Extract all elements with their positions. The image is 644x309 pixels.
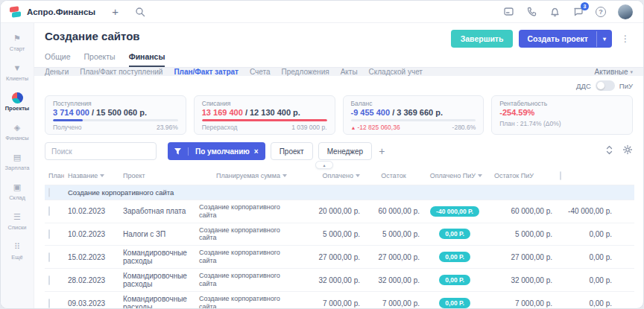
app-title: Аспро.Финансы [27,7,95,16]
filter-chip-project[interactable]: Проект [271,142,313,160]
cell-planned: 20 000,00 р. [291,200,364,223]
table-row[interactable]: 28.02.2023 Командировочные расходы Созда… [45,269,634,292]
collapse-rows-icon[interactable] [605,144,613,158]
rest-badge: 0,00 Р. [439,252,470,262]
subtab-warehouse[interactable]: Складской учет [369,68,423,76]
finish-button[interactable]: Завершить [451,30,514,48]
sidebar-item-lists[interactable]: ☰ Списки [1,208,34,235]
group-checkbox[interactable] [48,188,50,197]
bell-icon[interactable] [549,6,561,17]
table-settings-gear-icon[interactable] [622,144,633,158]
close-icon[interactable]: × [254,147,265,156]
avatar[interactable] [618,4,633,19]
sidebar-item-salary[interactable]: ▤ Зарплата [1,148,34,176]
chevron-down-icon: ▾ [630,69,633,75]
column-header-paid-piu[interactable]: Оплачено ПиУ [423,167,486,185]
chat-badge: 3 [581,2,589,10]
column-header-name[interactable]: Название [64,167,119,185]
tab-finance[interactable]: Финансы [129,52,165,67]
row-checkbox[interactable] [48,206,50,216]
group-row[interactable]: Создание корпоративного сайта [45,185,634,200]
card-footer-value: 1 039 000 р. [291,124,326,131]
sidebar-item-projects[interactable]: Проекты [1,89,34,116]
subtab-planfact-out[interactable]: План/Факт затрат [174,68,239,76]
sidebar-item-label: Списки [8,224,27,231]
more-menu-button[interactable]: ⋮ [618,32,633,45]
chevron-up-icon: ▴ [323,162,325,168]
chat-icon[interactable]: 3 [572,6,584,17]
sidebar-item-start[interactable]: ⚑ Старт [1,29,34,57]
sidebar-item-more[interactable]: ⠿ Ещё [1,238,34,265]
column-header-planned[interactable]: Планируемая сумма [195,167,291,185]
default-filter-chip[interactable]: По умолчанию × [168,142,265,160]
subtab-planfact-in[interactable]: План/Факт поступлений [80,68,162,76]
sort-chevron-icon [356,174,360,177]
cell-project: Создание корпоративного сайта [195,223,291,246]
app-logo-icon [10,7,22,17]
row-checkbox[interactable] [48,229,50,239]
page-tabs: Общие Проекты Финансы [45,52,633,67]
cell-name: Налоги с ЗП [119,223,195,246]
column-header-rest-piu[interactable]: Остаток ПиУ [486,167,556,185]
filter-chip-manager[interactable]: Менеджер [318,142,373,160]
column-header-label: Оплачено [322,172,353,179]
subtab-proposals[interactable]: Предложения [282,68,329,76]
cell-paid-piu: 27 000,00 р. [486,246,556,269]
table-row[interactable]: 15.02.2023 Командировочные расходы Созда… [45,246,634,269]
subtab-money[interactable]: Деньги [45,68,69,76]
table-header-row: Плановая дата Название Проект Планируема… [45,167,634,185]
table-row[interactable]: 10.02.2023 Заработная плата Создание кор… [45,200,634,223]
search-icon[interactable] [135,7,145,17]
cell-paid: 60 000,00 р. [364,200,423,223]
sidebar-item-stock[interactable]: ▣ Склад [1,178,34,206]
tab-projects[interactable]: Проекты [84,52,116,67]
cell-paid: 32 000,00 р. [364,269,423,292]
filter-chips: Проект Менеджер [271,142,372,160]
phone-icon[interactable] [526,6,537,17]
notes-icon[interactable] [503,6,514,17]
topbar: Аспро.Финансы + 3 ? [1,1,643,23]
create-project-label: Создать проект [519,30,596,48]
row-checkbox[interactable] [48,299,50,308]
status-filter-dropdown[interactable]: Активные ▾ [595,68,633,76]
sidebar-item-finance[interactable]: ◈ Финансы [1,118,34,146]
sidebar-item-icon: ▼ [13,63,22,74]
sidebar-item-icon: ⠿ [14,241,20,252]
row-checkbox[interactable] [48,275,50,285]
create-project-button[interactable]: Создать проект ▾ [519,30,612,48]
table-row[interactable]: 09.03.2023 Командировочные расходы Созда… [45,292,634,309]
sidebar-item-clients[interactable]: ▼ Клиенты [1,59,34,86]
column-header-paid[interactable]: Оплачено [291,167,364,185]
subtab-invoices[interactable]: Счета [250,68,271,76]
quick-add-button[interactable]: + [112,5,119,18]
cell-rest-piu: 0,00 р. [556,292,634,309]
help-icon[interactable]: ? [596,7,606,17]
select-all-checkbox[interactable] [560,171,561,180]
filter-row: По умолчанию × Проект Менеджер + [45,142,633,160]
row-checkbox[interactable] [48,252,50,262]
add-filter-button[interactable]: + [379,145,385,157]
rest-badge: 0,00 Р. [439,298,470,308]
column-header-project[interactable]: Проект [119,167,195,185]
sort-chevron-icon [100,174,104,177]
card-title: Рентабельность [499,100,625,107]
card-footer-value: 23.96% [157,124,178,131]
cell-planned: 7 000,00 р. [291,292,364,309]
sidebar-item-label: Склад [9,194,25,201]
card-total: / 12 130 400 р. [245,108,300,117]
table-row[interactable]: 10.02.2023 Налоги с ЗП Создание корпорат… [45,223,634,246]
card-value: -254.59% [499,108,534,117]
card-value: 13 169 400 [202,108,243,117]
tab-general[interactable]: Общие [45,52,71,67]
column-header-date[interactable]: Плановая дата [45,167,64,185]
chevron-down-icon[interactable]: ▾ [596,31,612,47]
cell-planned: 32 000,00 р. [291,269,364,292]
cell-paid-piu: 60 000,00 р. [486,200,556,223]
default-filter-label: По умолчанию [189,147,254,156]
subtab-acts[interactable]: Акты [341,68,358,76]
dds-piu-toggle[interactable] [596,80,615,91]
column-header-rest[interactable]: Остаток [364,167,423,185]
search-input[interactable] [45,142,157,160]
sidebar-item-icon [12,92,23,103]
collapse-table-button[interactable]: ▴ [315,161,333,169]
